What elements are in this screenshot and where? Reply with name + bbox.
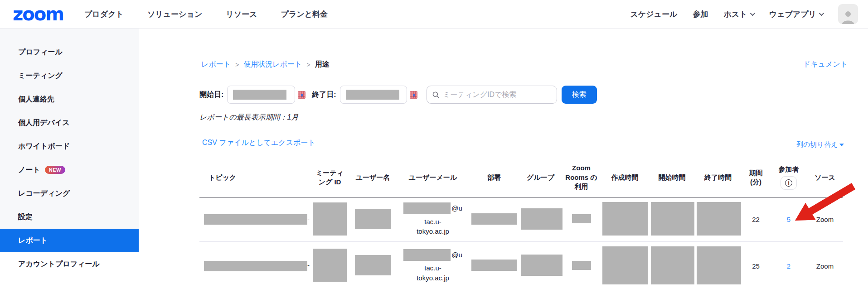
search-input[interactable] [443, 91, 551, 99]
toggle-columns-dropdown[interactable]: 列の切り替え [796, 140, 844, 149]
sidebar-item-notes[interactable]: ノートNEW [0, 158, 139, 182]
col-end-time: 終了時間 [695, 158, 741, 197]
breadcrumb-usage-reports[interactable]: 使用状況レポート [243, 60, 302, 69]
redacted-block [602, 246, 648, 284]
col-group: グループ [519, 158, 562, 197]
redacted-block [697, 246, 741, 284]
redacted-block [572, 214, 591, 223]
redacted-block [602, 202, 648, 236]
duration-cell: 22 [741, 197, 771, 241]
zoom-logo[interactable]: zoom [13, 5, 63, 23]
breadcrumb-current-page: 用途 [315, 60, 330, 69]
redacted-block [651, 202, 694, 236]
redacted-block [204, 214, 307, 225]
table-row: - @u tac.u- tokyo.ac.jp 22 5 Zoom [199, 197, 843, 241]
nav-host[interactable]: ホスト [723, 9, 753, 19]
sidebar-item-meetings[interactable]: ミーティング [0, 64, 139, 87]
nav-plans-pricing[interactable]: プランと料金 [281, 9, 328, 19]
sidebar-item-personal-devices[interactable]: 個人用デバイス [0, 111, 139, 135]
redacted-block [346, 90, 399, 100]
col-user-name: ユーザー名 [349, 158, 397, 197]
chevron-down-icon [750, 11, 755, 16]
col-zoom-rooms-usage: Zoom Rooms の利用 [562, 158, 601, 197]
col-meeting-id: ミーティング ID [310, 158, 349, 197]
sidebar-item-reports[interactable]: レポート [0, 229, 139, 252]
redacted-block [313, 249, 347, 282]
start-date-field[interactable] [227, 86, 295, 104]
nav-web-app[interactable]: ウェブアプリ [769, 9, 823, 19]
redacted-block [471, 213, 517, 225]
nav-join[interactable]: 参加 [693, 9, 708, 19]
meeting-id-search [427, 86, 557, 104]
redacted-block [697, 202, 741, 236]
top-header: zoom プロダクト ソリューション リソース プランと料金 スケジュール 参加… [0, 0, 868, 29]
breadcrumb-separator: > [306, 61, 310, 68]
start-date-label: 開始日: [199, 90, 223, 100]
export-csv-link[interactable]: CSV ファイルとしてエクスポート [202, 138, 315, 148]
sidebar: プロフィール ミーティング 個人連絡先 個人用デバイス ホワイトボード ノートN… [0, 29, 139, 248]
sidebar-item-settings[interactable]: 設定 [0, 205, 139, 229]
sidebar-item-personal-contacts[interactable]: 個人連絡先 [0, 87, 139, 111]
breadcrumb-reports[interactable]: レポート [201, 60, 231, 69]
sidebar-item-account-profile[interactable]: アカウントプロフィール [0, 252, 139, 276]
search-button[interactable]: 検索 [562, 86, 597, 104]
nav-schedule[interactable]: スケジュール [630, 9, 677, 19]
redacted-block [204, 261, 307, 271]
main-nav: プロダクト ソリューション リソース プランと料金 [84, 9, 328, 19]
calendar-icon[interactable] [298, 91, 305, 99]
account-nav: スケジュール 参加 ホスト ウェブアプリ [630, 4, 858, 24]
sidebar-item-recordings[interactable]: レコーディング [0, 182, 139, 205]
col-department: 部署 [469, 158, 519, 197]
redacted-block [355, 209, 391, 229]
participants-count-link[interactable]: 5 [787, 216, 790, 223]
redacted-block [313, 202, 347, 236]
person-icon [840, 9, 856, 24]
col-topic: トピック [199, 158, 310, 197]
redacted-block [521, 255, 563, 276]
table-header-row: トピック ミーティング ID ユーザー名 ユーザーメール 部署 グループ Zoo… [199, 158, 843, 197]
search-icon [432, 91, 439, 99]
nav-resources[interactable]: リソース [226, 9, 257, 19]
info-icon: i [785, 179, 792, 187]
col-participants: 参加者 i [771, 158, 807, 197]
redacted-block [651, 246, 694, 284]
participants-info-button[interactable]: i [781, 176, 797, 190]
chevron-down-icon [819, 11, 824, 16]
user-email-cell: @u tac.u- tokyo.ac.jp [397, 241, 469, 290]
nav-solutions[interactable]: ソリューション [147, 9, 202, 19]
source-cell: Zoom [807, 197, 843, 241]
redacted-block [403, 249, 451, 261]
breadcrumb: レポート > 使用状況レポート > 用途 [201, 60, 330, 69]
redacted-block [471, 260, 517, 271]
col-source: ソース [807, 158, 843, 197]
calendar-icon[interactable] [410, 91, 417, 99]
sidebar-item-profile[interactable]: プロフィール [0, 40, 139, 64]
sidebar-item-whiteboard[interactable]: ホワイトボード [0, 135, 139, 158]
duration-cell: 25 [741, 241, 771, 290]
end-date-label: 終了日: [312, 90, 336, 100]
new-badge: NEW [45, 166, 65, 174]
redacted-block [572, 261, 591, 270]
end-date-field[interactable] [340, 86, 407, 104]
table-row: - @u tac.u- tokyo.ac.jp 25 2 Zoom [199, 241, 843, 290]
redacted-block [403, 202, 451, 214]
redacted-block [233, 90, 286, 100]
user-email-cell: @u tac.u- tokyo.ac.jp [397, 197, 469, 241]
col-user-email: ユーザーメール [397, 158, 469, 197]
col-start-time: 開始時間 [649, 158, 695, 197]
usage-report-table: トピック ミーティング ID ユーザー名 ユーザーメール 部署 グループ Zoo… [199, 158, 843, 290]
max-period-note: レポートの最長表示期間：1月 [199, 113, 298, 122]
breadcrumb-separator: > [235, 61, 239, 68]
redacted-block [521, 208, 563, 230]
documentation-link[interactable]: ドキュメント [803, 60, 848, 69]
col-duration-min: 期間 (分) [741, 158, 771, 197]
col-creation-time: 作成時間 [601, 158, 649, 197]
source-cell: Zoom [807, 241, 843, 290]
nav-products[interactable]: プロダクト [84, 9, 124, 19]
redacted-block [355, 255, 391, 275]
user-avatar[interactable] [838, 4, 858, 24]
participants-count-link[interactable]: 2 [787, 262, 790, 270]
caret-down-icon [839, 144, 844, 146]
filter-row: 開始日: 終了日: 検索 [199, 86, 597, 104]
